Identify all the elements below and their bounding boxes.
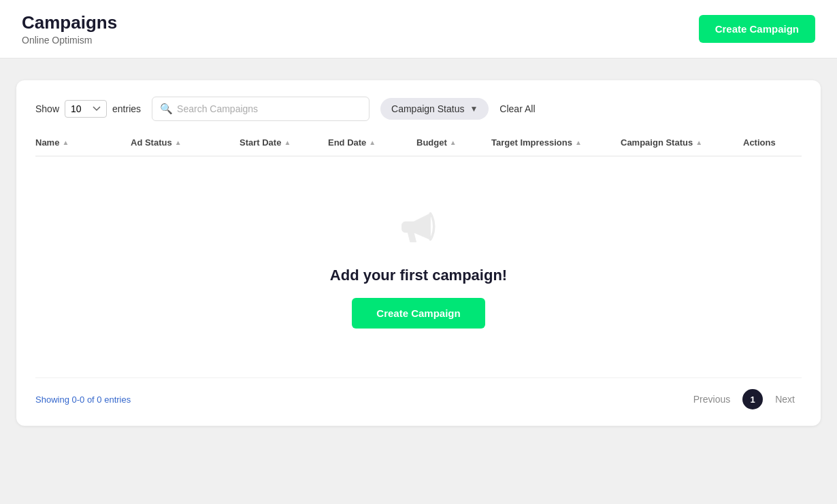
search-input[interactable] — [152, 97, 370, 121]
show-entries-control: Show 10 25 50 100 entries — [35, 100, 141, 118]
pagination-controls: Previous 1 Next — [687, 389, 802, 409]
search-icon: 🔍 — [160, 103, 173, 115]
campaign-status-filter-button[interactable]: Campaign Status ▼ — [380, 98, 489, 120]
page-number-badge[interactable]: 1 — [742, 389, 763, 409]
sort-icon-end-date: ▲ — [369, 139, 376, 146]
entries-select[interactable]: 10 25 50 100 — [65, 100, 107, 118]
toolbar: Show 10 25 50 100 entries 🔍 Campaign Sta… — [35, 97, 802, 121]
sort-icon-target-impressions: ▲ — [575, 139, 582, 146]
sort-icon-name: ▲ — [62, 139, 69, 146]
header-left: Campaigns Online Optimism — [22, 12, 117, 46]
create-campaign-button-header[interactable]: Create Campaign — [699, 15, 815, 43]
campaigns-card: Show 10 25 50 100 entries 🔍 Campaign Sta… — [16, 80, 821, 426]
showing-count: 0 — [97, 394, 101, 405]
col-header-name: Name ▲ — [35, 137, 131, 148]
col-header-ad-status: Ad Status ▲ — [131, 137, 240, 148]
col-header-start-date: Start Date ▲ — [240, 137, 328, 148]
table-header: Name ▲ Ad Status ▲ Start Date ▲ End Date… — [35, 137, 802, 156]
col-header-budget: Budget ▲ — [416, 137, 491, 148]
main-content: Show 10 25 50 100 entries 🔍 Campaign Sta… — [0, 58, 837, 448]
sort-icon-campaign-status: ▲ — [695, 139, 702, 146]
show-label: Show — [35, 103, 59, 114]
campaign-status-filter-label: Campaign Status — [391, 103, 464, 114]
page-title: Campaigns — [22, 12, 117, 33]
previous-button[interactable]: Previous — [687, 390, 737, 409]
col-header-campaign-status: Campaign Status ▲ — [621, 137, 743, 148]
search-wrapper: 🔍 — [152, 97, 370, 121]
empty-state-title: Add your first campaign! — [330, 267, 507, 284]
col-header-end-date: End Date ▲ — [328, 137, 416, 148]
create-campaign-button-empty[interactable]: Create Campaign — [352, 298, 485, 329]
sort-icon-budget: ▲ — [450, 139, 457, 146]
showing-text: Showing 0-0 of 0 entries — [35, 394, 131, 405]
sort-icon-start-date: ▲ — [284, 139, 291, 146]
chevron-down-icon: ▼ — [470, 104, 478, 114]
next-button[interactable]: Next — [768, 390, 802, 409]
showing-entries-label: entries — [102, 394, 131, 405]
entries-label: entries — [112, 103, 141, 114]
empty-state: Add your first campaign! Create Campaign — [35, 162, 802, 356]
pagination-row: Showing 0-0 of 0 entries Previous 1 Next — [35, 377, 802, 409]
page-header: Campaigns Online Optimism Create Campaig… — [0, 0, 837, 58]
megaphone-icon — [395, 203, 442, 253]
col-header-target-impressions: Target Impressions ▲ — [491, 137, 621, 148]
clear-all-button[interactable]: Clear All — [499, 103, 535, 114]
page-subtitle: Online Optimism — [22, 35, 117, 46]
showing-prefix: Showing 0-0 of — [35, 394, 97, 405]
sort-icon-ad-status: ▲ — [175, 139, 182, 146]
col-header-actions: Actions — [743, 137, 811, 148]
